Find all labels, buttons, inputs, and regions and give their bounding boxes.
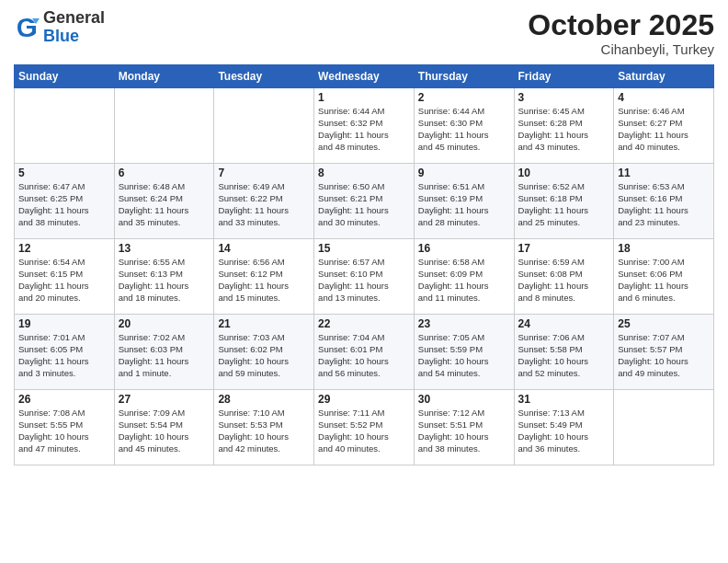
calendar-cell-w3-d2: 13Sunrise: 6:55 AM Sunset: 6:13 PM Dayli…	[114, 239, 214, 315]
day-info: Sunrise: 7:03 AM Sunset: 6:02 PM Dayligh…	[218, 332, 310, 379]
day-info: Sunrise: 6:52 AM Sunset: 6:18 PM Dayligh…	[518, 181, 610, 228]
calendar-cell-w5-d1: 26Sunrise: 7:08 AM Sunset: 5:55 PM Dayli…	[15, 390, 115, 465]
calendar-cell-w2-d3: 7Sunrise: 6:49 AM Sunset: 6:22 PM Daylig…	[214, 164, 314, 239]
logo-text: General Blue	[43, 9, 105, 46]
calendar-cell-w3-d5: 16Sunrise: 6:58 AM Sunset: 6:09 PM Dayli…	[414, 239, 514, 315]
logo: General Blue	[14, 9, 105, 46]
logo-icon	[14, 15, 40, 40]
day-number: 21	[218, 317, 310, 330]
day-info: Sunrise: 6:50 AM Sunset: 6:21 PM Dayligh…	[318, 181, 410, 228]
calendar-cell-w4-d1: 19Sunrise: 7:01 AM Sunset: 6:05 PM Dayli…	[15, 315, 115, 390]
day-number: 5	[18, 167, 110, 179]
day-info: Sunrise: 6:59 AM Sunset: 6:08 PM Dayligh…	[518, 257, 610, 304]
day-info: Sunrise: 7:13 AM Sunset: 5:49 PM Dayligh…	[518, 408, 610, 454]
calendar-cell-w5-d3: 28Sunrise: 7:10 AM Sunset: 5:53 PM Dayli…	[214, 390, 314, 465]
week-row-2: 5Sunrise: 6:47 AM Sunset: 6:25 PM Daylig…	[15, 164, 714, 239]
day-number: 15	[318, 242, 410, 255]
day-number: 3	[518, 91, 610, 104]
day-number: 14	[218, 242, 310, 255]
day-info: Sunrise: 7:04 AM Sunset: 6:01 PM Dayligh…	[318, 332, 410, 379]
day-info: Sunrise: 6:48 AM Sunset: 6:24 PM Dayligh…	[119, 181, 210, 228]
calendar-cell-w2-d1: 5Sunrise: 6:47 AM Sunset: 6:25 PM Daylig…	[15, 164, 115, 239]
day-info: Sunrise: 6:56 AM Sunset: 6:12 PM Dayligh…	[218, 257, 310, 304]
day-number: 30	[418, 393, 510, 406]
calendar-cell-w1-d3	[214, 88, 314, 164]
title-block: October 2025 Cihanbeyli, Turkey	[528, 9, 714, 57]
day-number: 2	[418, 91, 510, 104]
header-sunday: Sunday	[15, 65, 115, 88]
week-row-5: 26Sunrise: 7:08 AM Sunset: 5:55 PM Dayli…	[15, 390, 714, 465]
day-info: Sunrise: 7:11 AM Sunset: 5:52 PM Dayligh…	[318, 408, 410, 454]
day-info: Sunrise: 6:46 AM Sunset: 6:27 PM Dayligh…	[618, 106, 710, 153]
week-row-4: 19Sunrise: 7:01 AM Sunset: 6:05 PM Dayli…	[15, 315, 714, 390]
day-number: 31	[518, 393, 610, 406]
header-wednesday: Wednesday	[314, 65, 415, 88]
calendar-cell-w1-d1	[15, 88, 115, 164]
calendar-cell-w3-d1: 12Sunrise: 6:54 AM Sunset: 6:15 PM Dayli…	[15, 239, 115, 315]
day-number: 23	[418, 317, 510, 330]
calendar-cell-w3-d3: 14Sunrise: 6:56 AM Sunset: 6:12 PM Dayli…	[214, 239, 314, 315]
day-number: 1	[318, 91, 410, 104]
day-info: Sunrise: 6:51 AM Sunset: 6:19 PM Dayligh…	[418, 181, 510, 228]
day-info: Sunrise: 6:55 AM Sunset: 6:13 PM Dayligh…	[119, 257, 210, 304]
day-number: 20	[119, 317, 210, 330]
day-number: 8	[318, 167, 410, 179]
day-info: Sunrise: 7:00 AM Sunset: 6:06 PM Dayligh…	[618, 257, 710, 304]
calendar-table: Sunday Monday Tuesday Wednesday Thursday…	[14, 64, 714, 465]
day-number: 16	[418, 242, 510, 255]
calendar-cell-w5-d2: 27Sunrise: 7:09 AM Sunset: 5:54 PM Dayli…	[114, 390, 214, 465]
calendar-cell-w5-d5: 30Sunrise: 7:12 AM Sunset: 5:51 PM Dayli…	[414, 390, 514, 465]
day-info: Sunrise: 7:08 AM Sunset: 5:55 PM Dayligh…	[18, 408, 110, 454]
header-monday: Monday	[114, 65, 214, 88]
day-number: 28	[218, 393, 310, 406]
day-number: 11	[618, 167, 710, 179]
day-info: Sunrise: 6:58 AM Sunset: 6:09 PM Dayligh…	[418, 257, 510, 304]
day-number: 9	[418, 167, 510, 179]
day-info: Sunrise: 7:06 AM Sunset: 5:58 PM Dayligh…	[518, 332, 610, 379]
day-info: Sunrise: 6:57 AM Sunset: 6:10 PM Dayligh…	[318, 257, 410, 304]
day-info: Sunrise: 7:09 AM Sunset: 5:54 PM Dayligh…	[119, 408, 210, 454]
calendar-cell-w5-d4: 29Sunrise: 7:11 AM Sunset: 5:52 PM Dayli…	[314, 390, 415, 465]
day-info: Sunrise: 7:12 AM Sunset: 5:51 PM Dayligh…	[418, 408, 510, 454]
header-thursday: Thursday	[414, 65, 514, 88]
location-subtitle: Cihanbeyli, Turkey	[528, 41, 714, 57]
calendar-cell-w5-d6: 31Sunrise: 7:13 AM Sunset: 5:49 PM Dayli…	[514, 390, 614, 465]
page: General Blue October 2025 Cihanbeyli, Tu…	[0, 0, 728, 563]
day-number: 22	[318, 317, 410, 330]
calendar-cell-w4-d7: 25Sunrise: 7:07 AM Sunset: 5:57 PM Dayli…	[614, 315, 714, 390]
day-info: Sunrise: 6:54 AM Sunset: 6:15 PM Dayligh…	[18, 257, 110, 304]
calendar-cell-w1-d2	[114, 88, 214, 164]
month-title: October 2025	[528, 9, 714, 41]
week-row-3: 12Sunrise: 6:54 AM Sunset: 6:15 PM Dayli…	[15, 239, 714, 315]
day-number: 13	[119, 242, 210, 255]
day-number: 7	[218, 167, 310, 179]
calendar-header-row: Sunday Monday Tuesday Wednesday Thursday…	[15, 65, 714, 88]
day-info: Sunrise: 6:49 AM Sunset: 6:22 PM Dayligh…	[218, 181, 310, 228]
calendar-cell-w2-d5: 9Sunrise: 6:51 AM Sunset: 6:19 PM Daylig…	[414, 164, 514, 239]
calendar-cell-w3-d6: 17Sunrise: 6:59 AM Sunset: 6:08 PM Dayli…	[514, 239, 614, 315]
day-info: Sunrise: 6:47 AM Sunset: 6:25 PM Dayligh…	[18, 181, 110, 228]
day-number: 19	[18, 317, 110, 330]
header-tuesday: Tuesday	[214, 65, 314, 88]
day-info: Sunrise: 7:05 AM Sunset: 5:59 PM Dayligh…	[418, 332, 510, 379]
calendar-cell-w1-d5: 2Sunrise: 6:44 AM Sunset: 6:30 PM Daylig…	[414, 88, 514, 164]
day-info: Sunrise: 7:02 AM Sunset: 6:03 PM Dayligh…	[119, 332, 210, 379]
day-number: 4	[618, 91, 710, 104]
logo-general-text: General	[43, 9, 105, 28]
calendar-cell-w4-d2: 20Sunrise: 7:02 AM Sunset: 6:03 PM Dayli…	[114, 315, 214, 390]
day-info: Sunrise: 6:44 AM Sunset: 6:32 PM Dayligh…	[318, 106, 410, 153]
week-row-1: 1Sunrise: 6:44 AM Sunset: 6:32 PM Daylig…	[15, 88, 714, 164]
day-number: 17	[518, 242, 610, 255]
day-number: 27	[119, 393, 210, 406]
header: General Blue October 2025 Cihanbeyli, Tu…	[14, 9, 714, 57]
day-info: Sunrise: 7:10 AM Sunset: 5:53 PM Dayligh…	[218, 408, 310, 454]
day-info: Sunrise: 6:44 AM Sunset: 6:30 PM Dayligh…	[418, 106, 510, 153]
day-info: Sunrise: 7:07 AM Sunset: 5:57 PM Dayligh…	[618, 332, 710, 379]
calendar-cell-w3-d7: 18Sunrise: 7:00 AM Sunset: 6:06 PM Dayli…	[614, 239, 714, 315]
calendar-cell-w2-d2: 6Sunrise: 6:48 AM Sunset: 6:24 PM Daylig…	[114, 164, 214, 239]
calendar-cell-w2-d4: 8Sunrise: 6:50 AM Sunset: 6:21 PM Daylig…	[314, 164, 415, 239]
day-info: Sunrise: 6:45 AM Sunset: 6:28 PM Dayligh…	[518, 106, 610, 153]
calendar-cell-w1-d6: 3Sunrise: 6:45 AM Sunset: 6:28 PM Daylig…	[514, 88, 614, 164]
calendar-cell-w5-d7	[614, 390, 714, 465]
day-info: Sunrise: 7:01 AM Sunset: 6:05 PM Dayligh…	[18, 332, 110, 379]
